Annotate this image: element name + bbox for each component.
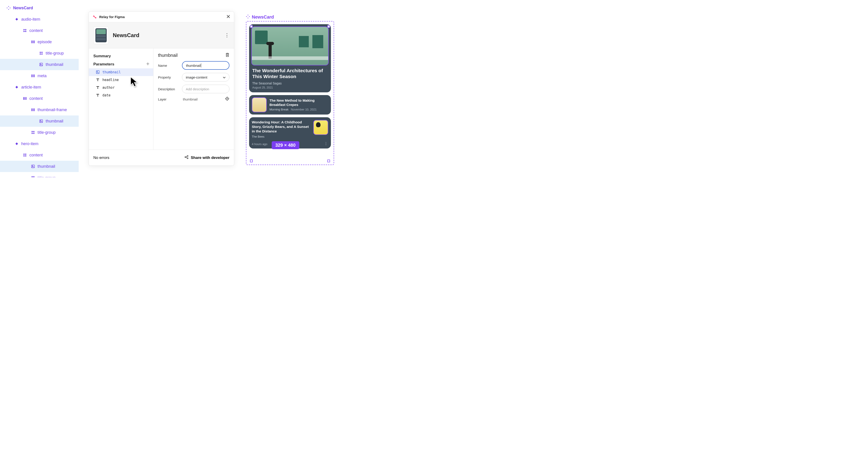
svg-rect-4: [16, 18, 18, 20]
tree-row[interactable]: title-group: [0, 172, 79, 177]
stack-icon: [31, 108, 35, 112]
tree-row[interactable]: thumbnail: [0, 161, 79, 172]
tree-row-label: content: [29, 28, 43, 33]
hero-headline: The Wonderful Architectures of This Wint…: [249, 68, 331, 82]
cursor-icon: [130, 77, 139, 87]
card-more-button[interactable]: ⋮: [324, 141, 328, 146]
tree-row-label: thumbnail: [46, 62, 63, 67]
tree-row[interactable]: content: [0, 25, 79, 36]
image-param-icon: [96, 71, 100, 74]
tree-row[interactable]: audio-item: [0, 13, 79, 25]
svg-point-9: [40, 64, 41, 64]
svg-rect-1: [8, 9, 9, 10]
tree-row-label: content: [29, 153, 43, 158]
frame-icon: [23, 28, 27, 33]
tree-row-label: audio-item: [21, 17, 40, 22]
parameter-row[interactable]: thumbnail: [89, 68, 153, 76]
delete-parameter-button[interactable]: [225, 53, 229, 58]
hero-date: August 25, 2021: [249, 86, 331, 89]
tree-row-label: title-group: [46, 51, 64, 56]
svg-rect-33: [248, 18, 248, 18]
parameter-row[interactable]: headline: [89, 76, 153, 84]
svg-rect-34: [246, 16, 247, 17]
tree-row-label: thumbnail: [37, 164, 55, 169]
article-headline: The New Method to Making Breakfast Crepe…: [270, 98, 328, 107]
svg-point-30: [187, 156, 188, 157]
component-more-button[interactable]: ⋮: [224, 32, 229, 38]
tree-row-label: thumbnail: [46, 119, 63, 123]
tree-row[interactable]: title-group: [0, 48, 79, 59]
tree-row[interactable]: thumbnail-frame: [0, 104, 79, 115]
parameter-row[interactable]: date: [89, 91, 153, 99]
selection-handle[interactable]: [327, 160, 330, 162]
name-input[interactable]: thumbnail: [182, 61, 229, 70]
canvas-preview: NewsCard The Wonderful Architectures of …: [246, 15, 334, 165]
svg-rect-16: [26, 97, 26, 100]
hero-item[interactable]: The Wonderful Architectures of This Wint…: [249, 24, 331, 92]
canvas-component-label[interactable]: NewsCard: [246, 15, 334, 20]
close-button[interactable]: [226, 15, 230, 20]
svg-rect-35: [249, 16, 250, 17]
tree-root[interactable]: NewsCard: [0, 2, 79, 13]
tree-row-label: title-group: [37, 175, 56, 178]
selection-handle[interactable]: [250, 160, 253, 162]
tree-row-label: title-group: [37, 130, 56, 135]
svg-rect-10: [31, 75, 32, 77]
stack-icon: [23, 96, 27, 101]
summary-heading[interactable]: Summary: [89, 53, 153, 62]
audio-author: The Bees: [252, 135, 311, 138]
tree-row[interactable]: meta: [0, 70, 79, 82]
errors-status: No errors: [93, 156, 110, 160]
thumbnail[interactable]: [313, 120, 328, 135]
tree-row[interactable]: content: [0, 93, 79, 104]
share-icon: [184, 155, 188, 160]
svg-rect-13: [16, 86, 18, 88]
tree-row[interactable]: title-group: [0, 127, 79, 138]
thumbnail[interactable]: [251, 27, 329, 65]
share-button[interactable]: Share with developer: [184, 155, 229, 160]
svg-rect-25: [96, 71, 99, 74]
thumbnail[interactable]: [252, 97, 267, 112]
text-param-icon: [96, 86, 100, 89]
svg-point-26: [97, 71, 97, 72]
layer-tree: NewsCard audio-itemcontentepisodetitle-g…: [0, 0, 79, 177]
svg-point-24: [32, 166, 33, 166]
frame-icon: [31, 130, 35, 135]
component-name: NewsCard: [113, 32, 139, 38]
tree-row[interactable]: content: [0, 149, 79, 161]
description-input[interactable]: Add description: [182, 85, 229, 93]
component-frame[interactable]: The Wonderful Architectures of This Wint…: [246, 21, 334, 165]
tree-row-label: hero-item: [21, 141, 38, 146]
svg-rect-2: [6, 7, 7, 8]
diamond-solid-icon: [14, 17, 19, 22]
property-label: Property: [158, 75, 179, 79]
audio-headline: Wondering Hour: A Childhood Story, Grizz…: [252, 120, 311, 134]
tree-row[interactable]: thumbnail: [0, 59, 79, 70]
tree-row[interactable]: episode: [0, 36, 79, 48]
frame-icon: [23, 153, 27, 157]
article-item[interactable]: The New Method to Making Breakfast Crepe…: [249, 95, 331, 115]
svg-rect-12: [34, 75, 35, 77]
parameter-detail: thumbnail Name thumbnail Property image-…: [153, 49, 234, 150]
frame-icon: [39, 51, 43, 55]
svg-rect-17: [31, 108, 32, 111]
component-header: NewsCard ⋮: [89, 22, 234, 49]
parameter-name: headline: [102, 78, 119, 82]
stack-icon: [31, 39, 35, 44]
add-parameter-button[interactable]: [146, 62, 150, 66]
svg-point-28: [227, 99, 227, 99]
parameters-column: Summary Parameters thumbnailheadlineauth…: [89, 49, 153, 150]
svg-rect-7: [34, 40, 35, 43]
locate-layer-button[interactable]: [225, 96, 229, 102]
layer-value: thumbnail: [183, 97, 197, 101]
tree-row[interactable]: article-item: [0, 82, 79, 93]
svg-rect-3: [9, 7, 10, 8]
tree-row[interactable]: thumbnail: [0, 115, 79, 127]
tree-row[interactable]: hero-item: [0, 138, 79, 149]
tree-row-label: article-item: [21, 85, 41, 90]
name-label: Name: [158, 64, 179, 67]
parameter-row[interactable]: author: [89, 84, 153, 91]
property-select[interactable]: image-content: [182, 73, 229, 82]
diamond-solid-icon: [14, 85, 19, 89]
svg-rect-14: [23, 97, 24, 100]
